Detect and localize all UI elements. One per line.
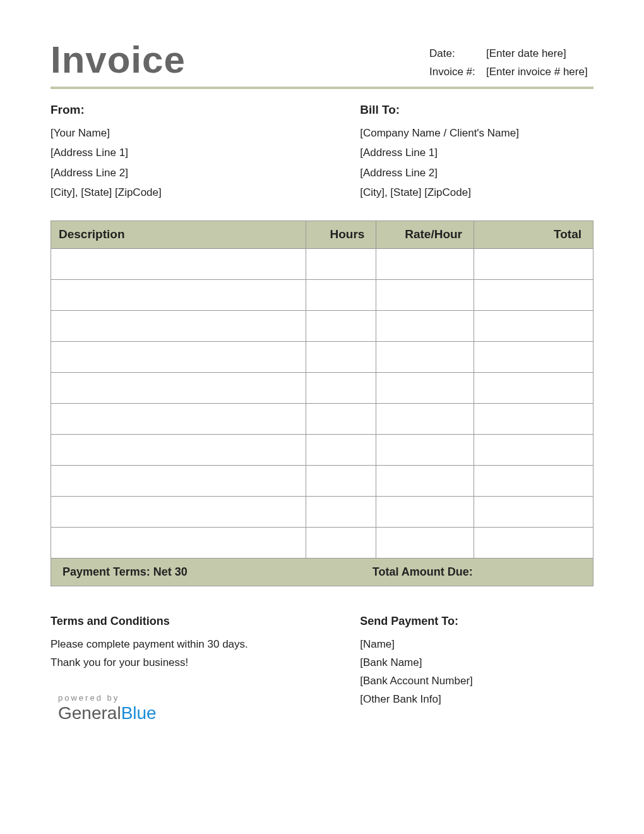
invoice-meta: Date: [Enter date here] Invoice #: [Ente…	[429, 45, 593, 82]
date-field[interactable]: [Enter date here]	[486, 45, 593, 63]
cell-desc[interactable]	[51, 341, 306, 372]
from-heading: From:	[51, 103, 360, 117]
cell-hours[interactable]	[306, 310, 376, 341]
cell-rate[interactable]	[376, 341, 474, 372]
cell-rate[interactable]	[376, 372, 474, 403]
cell-rate[interactable]	[376, 403, 474, 434]
payment-terms: Payment Terms: Net 30	[51, 559, 343, 586]
cell-total[interactable]	[474, 341, 593, 372]
totals-row: Payment Terms: Net 30 Total Amount Due:	[51, 559, 593, 586]
cell-total[interactable]	[474, 248, 593, 279]
send-payment-name[interactable]: [Name]	[360, 636, 593, 654]
cell-rate[interactable]	[376, 279, 474, 310]
date-label: Date:	[429, 45, 486, 63]
send-payment-heading: Send Payment To:	[360, 612, 593, 631]
cell-desc[interactable]	[51, 310, 306, 341]
cell-rate[interactable]	[376, 496, 474, 527]
cell-hours[interactable]	[306, 372, 376, 403]
terms-block: Terms and Conditions Please complete pay…	[51, 612, 360, 723]
col-rate: Rate/Hour	[376, 221, 474, 248]
invoice-number-field[interactable]: [Enter invoice # here]	[486, 63, 593, 82]
table-row	[51, 527, 593, 558]
from-city[interactable]: [City], [State] [ZipCode]	[51, 183, 360, 202]
bill-to-addr1[interactable]: [Address Line 1]	[360, 143, 593, 162]
table-row	[51, 465, 593, 496]
cell-total[interactable]	[474, 527, 593, 558]
cell-hours[interactable]	[306, 403, 376, 434]
cell-desc[interactable]	[51, 434, 306, 465]
total-due-value[interactable]	[479, 559, 593, 586]
table-row	[51, 341, 593, 372]
cell-hours[interactable]	[306, 496, 376, 527]
cell-total[interactable]	[474, 496, 593, 527]
col-total: Total	[474, 221, 593, 248]
cell-rate[interactable]	[376, 248, 474, 279]
bill-to-name[interactable]: [Company Name / Client's Name]	[360, 123, 593, 143]
cell-desc[interactable]	[51, 403, 306, 434]
cell-hours[interactable]	[306, 527, 376, 558]
terms-line1: Please complete payment within 30 days.	[51, 636, 360, 654]
from-addr1[interactable]: [Address Line 1]	[51, 143, 360, 162]
table-row	[51, 248, 593, 279]
line-items-table: Description Hours Rate/Hour Total	[51, 221, 593, 559]
table-row	[51, 372, 593, 403]
send-payment-bank[interactable]: [Bank Name]	[360, 654, 593, 672]
table-row	[51, 434, 593, 465]
bill-to-heading: Bill To:	[360, 103, 593, 117]
send-payment-block: Send Payment To: [Name] [Bank Name] [Ban…	[360, 612, 593, 723]
brand-part1: General	[58, 703, 121, 723]
cell-hours[interactable]	[306, 434, 376, 465]
cell-desc[interactable]	[51, 372, 306, 403]
cell-total[interactable]	[474, 465, 593, 496]
cell-hours[interactable]	[306, 248, 376, 279]
send-payment-account[interactable]: [Bank Account Number]	[360, 672, 593, 691]
from-name[interactable]: [Your Name]	[51, 123, 360, 143]
cell-hours[interactable]	[306, 465, 376, 496]
cell-desc[interactable]	[51, 279, 306, 310]
powered-by: powered by GeneralBlue	[58, 691, 360, 722]
col-hours: Hours	[306, 221, 376, 248]
table-row	[51, 279, 593, 310]
cell-total[interactable]	[474, 279, 593, 310]
bill-to-block: Bill To: [Company Name / Client's Name] …	[360, 103, 593, 203]
total-due-label: Total Amount Due:	[343, 559, 479, 586]
terms-line2: Thank you for your business!	[51, 654, 360, 672]
page-title: Invoice	[51, 38, 186, 82]
cell-rate[interactable]	[376, 527, 474, 558]
cell-hours[interactable]	[306, 341, 376, 372]
cell-total[interactable]	[474, 372, 593, 403]
cell-rate[interactable]	[376, 434, 474, 465]
cell-desc[interactable]	[51, 248, 306, 279]
col-description: Description	[51, 221, 306, 248]
from-addr2[interactable]: [Address Line 2]	[51, 163, 360, 183]
bottom-section: Terms and Conditions Please complete pay…	[51, 612, 593, 723]
cell-total[interactable]	[474, 434, 593, 465]
parties-section: From: [Your Name] [Address Line 1] [Addr…	[51, 103, 593, 203]
cell-total[interactable]	[474, 403, 593, 434]
send-payment-other[interactable]: [Other Bank Info]	[360, 691, 593, 709]
brand-part2: Blue	[121, 703, 157, 723]
cell-rate[interactable]	[376, 310, 474, 341]
cell-rate[interactable]	[376, 465, 474, 496]
table-row	[51, 403, 593, 434]
bill-to-city[interactable]: [City], [State] [ZipCode]	[360, 183, 593, 202]
cell-hours[interactable]	[306, 279, 376, 310]
cell-desc[interactable]	[51, 496, 306, 527]
invoice-number-label: Invoice #:	[429, 63, 486, 82]
from-block: From: [Your Name] [Address Line 1] [Addr…	[51, 103, 360, 203]
table-row	[51, 310, 593, 341]
cell-desc[interactable]	[51, 465, 306, 496]
cell-total[interactable]	[474, 310, 593, 341]
header: Invoice Date: [Enter date here] Invoice …	[51, 38, 593, 89]
terms-heading: Terms and Conditions	[51, 612, 360, 631]
bill-to-addr2[interactable]: [Address Line 2]	[360, 163, 593, 183]
table-row	[51, 496, 593, 527]
brand-logo: GeneralBlue	[58, 704, 360, 722]
cell-desc[interactable]	[51, 527, 306, 558]
